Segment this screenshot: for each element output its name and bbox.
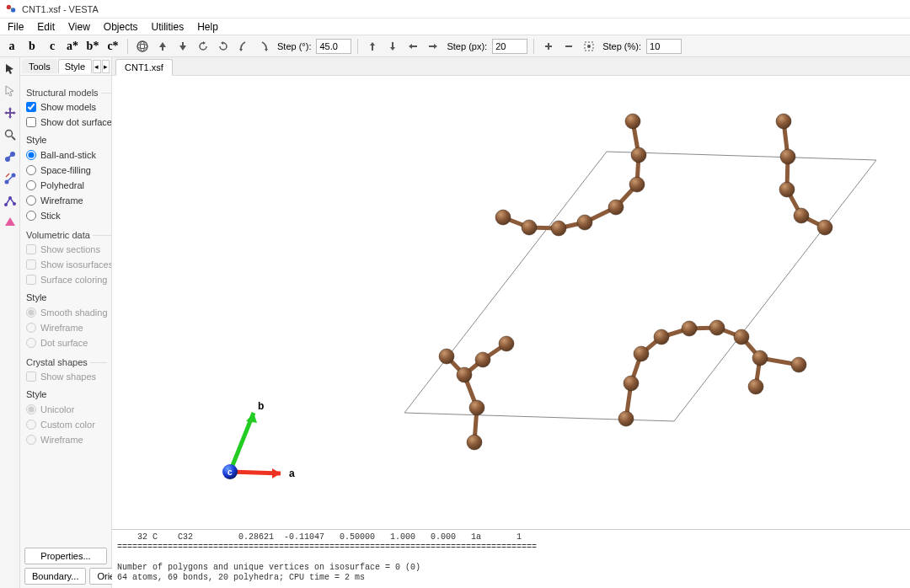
step-deg-label: Step (°): (276, 41, 313, 51)
output-console[interactable]: 32 C C32 0.28621 -0.11047 0.50000 1.000 … (112, 529, 910, 588)
menu-objects[interactable]: Objects (98, 19, 144, 35)
radio-unicolor: Unicolor (26, 402, 107, 417)
menu-file[interactable]: File (2, 19, 29, 35)
section-structural-models: Structural models (26, 86, 101, 99)
svg-point-60 (522, 220, 537, 235)
radio-wireframe-vol: Wireframe (26, 320, 111, 335)
step-px-input[interactable] (492, 39, 527, 54)
app-icon (5, 3, 17, 15)
svg-rect-7 (182, 42, 184, 46)
svg-point-72 (709, 320, 725, 335)
svg-point-4 (137, 44, 147, 48)
plane-tool-icon[interactable] (2, 214, 19, 231)
rotate-free-icon[interactable] (134, 38, 151, 55)
tab-scroll-right-icon[interactable]: ▸ (102, 60, 110, 73)
axis-astar-button[interactable]: a* (64, 38, 81, 55)
svg-line-11 (12, 136, 15, 140)
select-atoms-icon[interactable] (2, 148, 19, 165)
radio-dot-surface: Dot surface (26, 335, 111, 350)
zoom-tool-icon[interactable] (2, 126, 19, 143)
svg-point-64 (779, 182, 795, 197)
menu-utilities[interactable]: Utilities (146, 19, 190, 35)
svg-point-5 (141, 41, 145, 51)
svg-point-50 (457, 367, 472, 382)
pan-up-icon[interactable] (364, 38, 381, 55)
structure-render (112, 76, 910, 529)
svg-rect-2 (9, 7, 13, 9)
viewport-3d[interactable]: a b c (112, 76, 910, 529)
document-tab[interactable]: CNT1.xsf (115, 59, 173, 76)
axis-cstar-button[interactable]: c* (104, 38, 121, 55)
pan-down-icon[interactable] (384, 38, 401, 55)
pointer-tool-icon[interactable] (2, 61, 19, 78)
label-style-2: Style (26, 291, 111, 304)
tilt-left-icon[interactable] (235, 38, 252, 55)
rotate-cw-icon[interactable] (215, 38, 232, 55)
window-title: CNT1.xsf - VESTA (22, 4, 99, 14)
step-pct-input[interactable] (646, 39, 682, 54)
radio-wireframe[interactable]: Wireframe (26, 193, 111, 208)
svg-point-51 (439, 349, 454, 364)
svg-point-10 (5, 131, 12, 137)
svg-point-59 (551, 221, 566, 236)
checkbox-show-isosurfaces: Show isosurfaces (26, 257, 111, 272)
svg-point-73 (734, 329, 749, 345)
svg-point-57 (608, 200, 624, 215)
boundary-button[interactable]: Boundary... (24, 568, 86, 585)
svg-point-55 (631, 147, 646, 163)
checkbox-show-models[interactable]: Show models (26, 99, 111, 115)
svg-point-69 (634, 346, 649, 361)
tilt-right-icon[interactable] (255, 38, 272, 55)
step-deg-input[interactable] (316, 39, 351, 54)
svg-point-67 (618, 411, 634, 426)
tab-tools[interactable]: Tools (22, 59, 57, 73)
svg-point-76 (748, 379, 763, 394)
axis-c-button[interactable]: c (44, 38, 61, 55)
label-style-1: Style (26, 133, 111, 147)
measure-angle-icon[interactable] (2, 192, 19, 209)
svg-point-54 (625, 114, 640, 129)
zoom-out-icon[interactable] (560, 38, 577, 55)
move-tool-icon[interactable] (2, 104, 19, 121)
radio-polyhedral[interactable]: Polyhedral (26, 178, 111, 193)
radio-wireframe-crystal: Wireframe (26, 432, 107, 447)
svg-line-17 (8, 176, 13, 181)
tab-style[interactable]: Style (58, 59, 92, 73)
label-style-3: Style (26, 388, 107, 401)
radio-stick[interactable]: Stick (26, 208, 111, 223)
tab-scroll-left-icon[interactable]: ◂ (93, 60, 100, 73)
radio-ball-and-stick[interactable]: Ball-and-stick (26, 147, 111, 163)
fit-icon[interactable] (581, 38, 597, 55)
measure-distance-icon[interactable] (2, 170, 19, 187)
svg-point-3 (137, 41, 147, 51)
svg-point-71 (682, 321, 697, 336)
axis-bstar-button[interactable]: b* (84, 38, 101, 55)
pan-left-icon[interactable] (404, 38, 421, 55)
svg-marker-22 (404, 152, 876, 421)
checkbox-show-sections: Show sections (26, 242, 111, 257)
checkbox-show-dot-surface[interactable]: Show dot surface (26, 115, 111, 130)
svg-point-70 (654, 329, 669, 345)
side-panel: Tools Style ◂ ▸ Structural models Show m… (20, 57, 112, 588)
radio-space-filling[interactable]: Space-filling (26, 163, 111, 178)
menu-edit[interactable]: Edit (31, 19, 61, 35)
properties-button[interactable]: Properties... (24, 548, 107, 564)
svg-point-52 (475, 352, 490, 367)
rotate-up-icon[interactable] (154, 38, 171, 55)
zoom-in-icon[interactable] (540, 38, 557, 55)
pan-right-icon[interactable] (425, 38, 442, 55)
lasso-tool-icon[interactable] (2, 83, 19, 99)
svg-point-48 (467, 435, 482, 450)
rotate-down-icon[interactable] (174, 38, 191, 55)
svg-point-9 (587, 45, 591, 48)
main-toolbar: a b c a* b* c* Step (°): Step (px): Step… (0, 35, 910, 57)
axis-b-button[interactable]: b (24, 38, 40, 55)
menu-help[interactable]: Help (191, 19, 224, 35)
menu-view[interactable]: View (62, 19, 96, 35)
svg-point-58 (577, 215, 592, 230)
svg-point-56 (629, 177, 645, 192)
axis-a-button[interactable]: a (3, 38, 20, 55)
rotate-ccw-icon[interactable] (195, 38, 211, 55)
vertical-toolbar (0, 57, 20, 588)
title-bar: CNT1.xsf - VESTA (0, 0, 910, 19)
